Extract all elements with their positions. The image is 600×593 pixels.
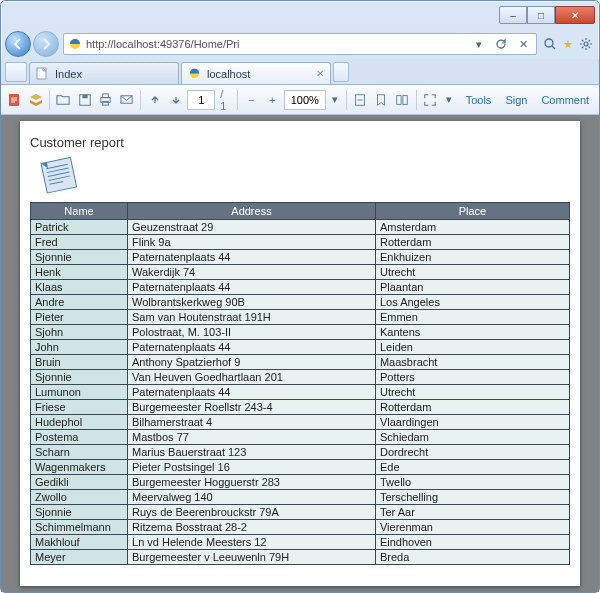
arrow-right-icon xyxy=(40,38,52,50)
search-icon[interactable] xyxy=(541,35,559,53)
window-maximize-button[interactable]: □ xyxy=(527,6,555,24)
cell-name: Hudephol xyxy=(31,415,128,430)
table-row: BruinAnthony Spatzierhof 9Maasbracht xyxy=(31,355,570,370)
cell-address: Geuzenstraat 29 xyxy=(128,220,376,235)
stop-button[interactable]: ✕ xyxy=(514,35,532,53)
cell-place: Utrecht xyxy=(375,385,569,400)
pdf-viewport[interactable]: Customer report Name Address Place xyxy=(1,115,599,592)
open-button[interactable] xyxy=(54,89,73,111)
dropdown-icon[interactable]: ▾ xyxy=(470,35,488,53)
sign-link[interactable]: Sign xyxy=(499,94,533,106)
cell-name: Lumunon xyxy=(31,385,128,400)
tab-index[interactable]: Index xyxy=(29,62,179,84)
svg-rect-14 xyxy=(403,95,407,104)
cell-address: Sam van Houtenstraat 191H xyxy=(128,310,376,325)
cell-address: Polostraat, M. 103-II xyxy=(128,325,376,340)
cell-address: Paternatenplaats 44 xyxy=(128,340,376,355)
zoom-out-button[interactable]: − xyxy=(242,89,261,111)
table-row: MakhloufLn vd Helende Meesters 12Eindhov… xyxy=(31,535,570,550)
create-pdf-icon xyxy=(28,92,44,108)
table-row: GedikliBurgemeester Hogguerstr 283Twello xyxy=(31,475,570,490)
cell-place: Ter Aar xyxy=(375,505,569,520)
new-tab-button[interactable] xyxy=(333,62,349,82)
tab-localhost[interactable]: localhost ✕ xyxy=(181,62,331,84)
cell-address: Burgemeester v Leeuwenln 79H xyxy=(128,550,376,565)
table-row: ZwolloMeervalweg 140Terschelling xyxy=(31,490,570,505)
cell-place: Emmen xyxy=(375,310,569,325)
cell-place: Rotterdam xyxy=(375,400,569,415)
tab-label: localhost xyxy=(207,68,250,80)
cell-address: Ruys de Beerenbrouckstr 79A xyxy=(128,505,376,520)
zoom-in-button[interactable]: + xyxy=(263,89,282,111)
zoom-input[interactable] xyxy=(284,90,326,110)
cell-name: Meyer xyxy=(31,550,128,565)
page-favicon-icon xyxy=(36,67,49,80)
cell-address: Wakerdijk 74 xyxy=(128,265,376,280)
print-button[interactable] xyxy=(96,89,115,111)
cell-address: Paternatenplaats 44 xyxy=(128,385,376,400)
tab-label: Index xyxy=(55,68,82,80)
favorites-icon[interactable]: ★ xyxy=(559,35,577,53)
cell-name: Pieter xyxy=(31,310,128,325)
back-button[interactable] xyxy=(5,31,31,57)
cell-address: Bilhamerstraat 4 xyxy=(128,415,376,430)
save-button[interactable] xyxy=(75,89,94,111)
table-row: HudepholBilhamerstraat 4Vlaardingen xyxy=(31,415,570,430)
printer-icon xyxy=(98,92,113,107)
cell-place: Vlaardingen xyxy=(375,415,569,430)
window-close-button[interactable]: ✕ xyxy=(555,6,595,24)
view-mode-button[interactable] xyxy=(393,89,412,111)
cell-address: Paternatenplaats 44 xyxy=(128,280,376,295)
refresh-button[interactable] xyxy=(492,35,510,53)
table-row: PostemaMastbos 77Schiedam xyxy=(31,430,570,445)
pdf-toolbar: / 1 − + ▾ ▾ Tools Sign Comment xyxy=(1,85,599,115)
cell-name: Postema xyxy=(31,430,128,445)
address-bar[interactable]: ▾ ✕ xyxy=(63,33,537,55)
table-row: FrieseBurgemeester Roellstr 243-4Rotterd… xyxy=(31,400,570,415)
export-pdf-button[interactable] xyxy=(5,89,24,111)
arrow-left-icon xyxy=(12,38,24,50)
fullscreen-dropdown-icon[interactable]: ▾ xyxy=(442,91,456,109)
svg-rect-9 xyxy=(103,94,109,98)
fullscreen-button[interactable] xyxy=(421,89,440,111)
svg-point-1 xyxy=(545,39,553,47)
export-pdf-icon xyxy=(7,92,23,108)
cell-place: Terschelling xyxy=(375,490,569,505)
svg-point-2 xyxy=(584,42,588,46)
tools-gear-icon[interactable] xyxy=(577,35,595,53)
ie-favicon-icon xyxy=(68,37,82,51)
plus-icon: + xyxy=(269,94,275,106)
create-pdf-button[interactable] xyxy=(26,89,45,111)
tools-link[interactable]: Tools xyxy=(460,94,498,106)
cell-address: Mastbos 77 xyxy=(128,430,376,445)
table-row: MeyerBurgemeester v Leeuwenln 79HBreda xyxy=(31,550,570,565)
prev-page-button[interactable] xyxy=(145,89,164,111)
fit-page-button[interactable] xyxy=(351,89,370,111)
table-row: PieterSam van Houtenstraat 191HEmmen xyxy=(31,310,570,325)
table-row: PatrickGeuzenstraat 29Amsterdam xyxy=(31,220,570,235)
table-row: SjonnieRuys de Beerenbrouckstr 79ATer Aa… xyxy=(31,505,570,520)
cell-place: Dordrecht xyxy=(375,445,569,460)
comment-link[interactable]: Comment xyxy=(535,94,595,106)
cell-place: Amsterdam xyxy=(375,220,569,235)
nav-row: ▾ ✕ ★ xyxy=(1,29,599,59)
email-button[interactable] xyxy=(117,89,136,111)
cell-name: Henk xyxy=(31,265,128,280)
col-place: Place xyxy=(375,203,569,220)
zoom-dropdown-icon[interactable]: ▾ xyxy=(328,91,342,109)
next-page-button[interactable] xyxy=(166,89,185,111)
cell-address: Paternatenplaats 44 xyxy=(128,250,376,265)
window-minimize-button[interactable]: – xyxy=(499,6,527,24)
cell-name: Gedikli xyxy=(31,475,128,490)
cell-place: Plaantan xyxy=(375,280,569,295)
report-title: Customer report xyxy=(30,135,570,150)
bookmark-button[interactable] xyxy=(372,89,391,111)
forward-button[interactable] xyxy=(33,31,59,57)
url-input[interactable] xyxy=(86,38,466,50)
cell-address: Ln vd Helende Meesters 12 xyxy=(128,535,376,550)
cell-name: Scharn xyxy=(31,445,128,460)
tab-thumbnails-button[interactable] xyxy=(5,62,27,82)
page-number-input[interactable] xyxy=(187,90,215,110)
tab-close-icon[interactable]: ✕ xyxy=(316,68,324,79)
table-row: SjonniePaternatenplaats 44Enkhuizen xyxy=(31,250,570,265)
